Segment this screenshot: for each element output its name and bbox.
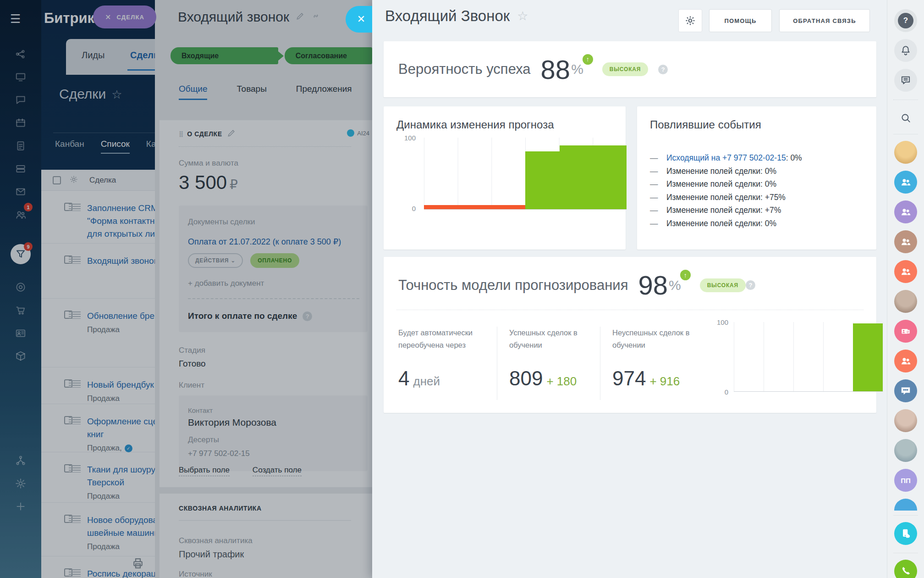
y-axis-tick: 100 xyxy=(400,134,416,142)
group-avatar[interactable] xyxy=(894,260,917,283)
dash-icon: — xyxy=(650,165,666,178)
event-text: Изменение полей сделки: 0% xyxy=(666,217,776,230)
avatar[interactable] xyxy=(894,409,917,432)
y-axis-tick: 0 xyxy=(400,205,416,212)
accuracy-label: Точность модели прогнозирования xyxy=(398,277,628,294)
dash-icon: — xyxy=(650,191,666,204)
panel-title: Входящий Звонок xyxy=(385,7,510,25)
chart-segment xyxy=(853,323,883,391)
level-badge: ВЫСОКАЯ xyxy=(602,62,648,76)
event-text: Изменение полей сделки: 0% xyxy=(666,165,776,178)
event-text: Исходящий на +7 977 502-02-15: 0% xyxy=(666,151,802,165)
active-dialogs-icon[interactable] xyxy=(894,69,917,92)
divider xyxy=(893,134,918,134)
mobile-app-icon[interactable] xyxy=(894,522,917,545)
avatar[interactable] xyxy=(894,290,917,313)
stat-block: Будет автоматическипереобучена через4дне… xyxy=(398,327,497,400)
group-avatar[interactable] xyxy=(894,230,917,253)
event-call-link[interactable]: Исходящий на +7 977 502-02-15 xyxy=(666,153,786,162)
avatar-clipped[interactable] xyxy=(894,499,917,511)
level-badge: ВЫСОКАЯ xyxy=(700,278,746,292)
favorite-star-icon[interactable]: ☆ xyxy=(517,9,528,23)
event-item: —Изменение полей сделки: 0% xyxy=(650,178,876,191)
notifications-icon[interactable] xyxy=(894,39,917,62)
event-item: —Изменение полей сделки: +75% xyxy=(650,191,876,204)
group-avatar[interactable] xyxy=(894,200,917,223)
divider xyxy=(396,310,864,310)
settings-gear-button[interactable] xyxy=(678,9,702,32)
help-icon[interactable]: ? xyxy=(894,9,917,32)
search-icon[interactable] xyxy=(894,106,917,129)
chart-segment xyxy=(424,205,525,209)
divider xyxy=(893,100,918,100)
dash-icon: — xyxy=(650,204,666,217)
influencing-events-card: Повлиявшие события —Исходящий на +7 977 … xyxy=(637,106,876,250)
divider xyxy=(893,515,918,516)
right-toolbar: ?@ПП xyxy=(887,0,924,578)
help-button[interactable]: ПОМОЩЬ xyxy=(709,9,772,32)
model-accuracy-card: Точность модели прогнозирования 98 % ↑ В… xyxy=(384,257,876,413)
event-text: Изменение полей сделки: +7% xyxy=(666,204,781,217)
chart-segment xyxy=(560,145,627,209)
events-title: Повлиявшие события xyxy=(650,118,876,131)
svg-text:@: @ xyxy=(907,330,909,333)
help-icon[interactable]: ? xyxy=(658,65,668,74)
dash-icon: — xyxy=(650,217,666,230)
close-slider-button[interactable]: ✕ xyxy=(346,6,372,33)
dash-icon: — xyxy=(650,151,666,165)
initials-avatar[interactable]: ПП xyxy=(894,469,917,492)
overlay-backdrop[interactable] xyxy=(0,0,372,578)
chart-title: Динамика изменения прогноза xyxy=(396,118,612,131)
divider xyxy=(893,553,918,553)
chart-segment xyxy=(525,151,560,209)
trend-up-icon: ↑ xyxy=(582,53,594,66)
event-text: Изменение полей сделки: +75% xyxy=(666,191,786,204)
avatar[interactable] xyxy=(894,141,917,164)
accuracy-value: 98 xyxy=(638,270,668,300)
event-text: Изменение полей сделки: 0% xyxy=(666,178,776,191)
contact-center-avatar[interactable]: @ xyxy=(894,320,917,343)
trend-up-icon: ↑ xyxy=(679,269,692,281)
group-chat-avatar[interactable] xyxy=(894,379,917,402)
dash-icon: — xyxy=(650,178,666,191)
group-avatar[interactable] xyxy=(894,350,917,372)
probability-label: Вероятность успеха xyxy=(398,61,531,78)
help-icon[interactable]: ? xyxy=(746,280,755,290)
group-avatar[interactable] xyxy=(894,171,917,194)
event-item: —Исходящий на +7 977 502-02-15: 0% xyxy=(650,151,876,165)
telephony-icon[interactable] xyxy=(894,560,917,578)
forecast-dynamics-chart xyxy=(424,138,627,210)
event-item: —Изменение полей сделки: 0% xyxy=(650,217,876,230)
stat-block: Неуспешных сделок вобучении974+ 916 xyxy=(612,327,710,400)
y-axis-tick: 0 xyxy=(713,388,728,396)
ai-scoring-panel: Входящий Звонок ☆ ПОМОЩЬ ОБРАТНАЯ СВЯЗЬ … xyxy=(372,0,887,578)
stat-block: Успешных сделок вобучении809+ 180 xyxy=(509,327,600,400)
probability-value: 88 xyxy=(541,54,571,85)
y-axis-tick: 100 xyxy=(713,318,728,326)
forecast-dynamics-card: Динамика изменения прогноза 100 0 xyxy=(384,106,626,250)
event-item: —Изменение полей сделки: 0% xyxy=(650,165,876,178)
bitrix24-crm-screen: ☰ 19 Битрикс24 ЛидыСделки6 Сделки☆ Канба… xyxy=(0,0,924,578)
accuracy-history-chart xyxy=(734,322,883,392)
feedback-button[interactable]: ОБРАТНАЯ СВЯЗЬ xyxy=(779,9,870,32)
probability-card: Вероятность успеха 88 % ↑ ВЫСОКАЯ ? xyxy=(384,41,876,97)
avatar[interactable] xyxy=(894,439,917,462)
event-item: —Изменение полей сделки: +7% xyxy=(650,204,876,217)
